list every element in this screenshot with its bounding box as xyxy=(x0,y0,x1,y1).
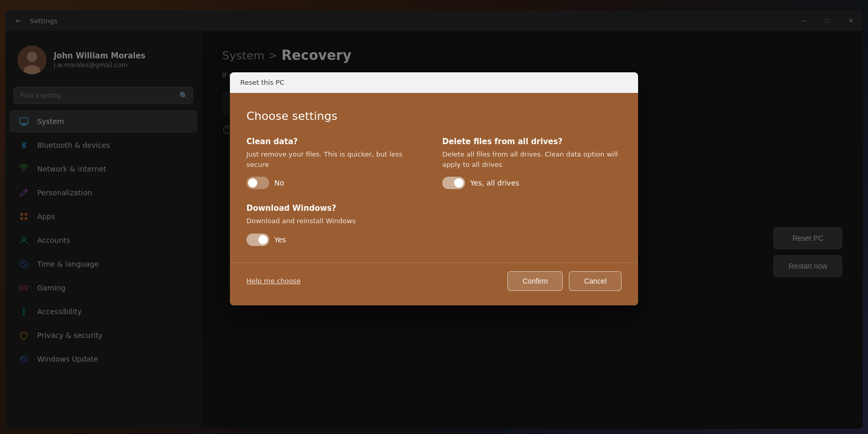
download-windows-title: Download Windows? xyxy=(246,204,622,213)
delete-files-toggle-row: Yes, all drives xyxy=(442,177,622,189)
reset-pc-modal: Reset this PC Choose settings Clean data… xyxy=(230,72,638,305)
clean-data-toggle-row: No xyxy=(246,177,426,189)
clean-data-desc: Just remove your files. This is quicker,… xyxy=(246,149,426,169)
modal-overlay: Reset this PC Choose settings Clean data… xyxy=(5,10,863,429)
confirm-button[interactable]: Confirm xyxy=(507,271,563,291)
download-windows-desc: Download and reinstall Windows xyxy=(246,216,622,226)
modal-body: Choose settings Clean data? Just remove … xyxy=(230,93,638,262)
clean-data-toggle-label: No xyxy=(274,179,284,187)
clean-data-title: Clean data? xyxy=(246,137,426,146)
download-windows-toggle-row: Yes xyxy=(246,234,622,246)
download-windows-toggle-label: Yes xyxy=(274,236,286,244)
modal-titlebar: Reset this PC xyxy=(230,72,638,93)
delete-files-desc: Delete all files from all drives. Clean … xyxy=(442,149,622,169)
modal-heading: Choose settings xyxy=(246,110,622,122)
help-me-choose-link[interactable]: Help me choose xyxy=(246,277,301,285)
modal-columns: Clean data? Just remove your files. This… xyxy=(246,137,622,189)
clean-data-toggle[interactable] xyxy=(246,177,269,189)
delete-files-column: Delete files from all drives? Delete all… xyxy=(442,137,622,189)
modal-action-buttons: Confirm Cancel xyxy=(507,271,622,291)
modal-title: Reset this PC xyxy=(240,79,284,86)
download-windows-toggle[interactable] xyxy=(246,234,269,246)
clean-data-toggle-knob xyxy=(248,178,257,188)
download-windows-toggle-knob xyxy=(258,235,268,244)
cancel-button[interactable]: Cancel xyxy=(569,271,622,291)
delete-files-toggle[interactable] xyxy=(442,177,465,189)
download-windows-section: Download Windows? Download and reinstall… xyxy=(246,204,622,246)
settings-window: ← Settings ─ □ ✕ John William xyxy=(5,10,863,429)
clean-data-column: Clean data? Just remove your files. This… xyxy=(246,137,426,189)
modal-footer: Help me choose Confirm Cancel xyxy=(230,262,638,305)
delete-files-title: Delete files from all drives? xyxy=(442,137,622,146)
delete-files-toggle-knob xyxy=(454,178,463,188)
delete-files-toggle-label: Yes, all drives xyxy=(470,179,519,187)
